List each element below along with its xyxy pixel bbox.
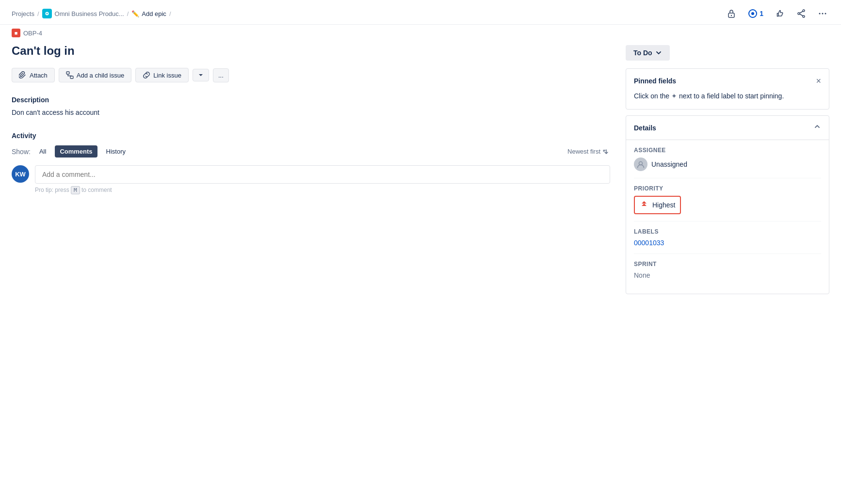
details-card: Details Assignee Unassigned [626, 115, 829, 294]
pinned-fields-card: Pinned fields × Click on the ✦ next to a… [626, 68, 829, 110]
activity-section: Activity Show: All Comments History Newe… [12, 132, 610, 193]
issue-title: Can't log in [12, 43, 610, 58]
attach-button[interactable]: Attach [12, 68, 55, 82]
svg-point-8 [803, 16, 805, 17]
comment-row: KW Pro tip: press M to comment [12, 165, 610, 193]
sprint-row: Sprint None [634, 254, 821, 286]
watch-count: 1 [760, 10, 763, 17]
pinned-fields-hint: Click on the ✦ next to a field label to … [634, 91, 821, 101]
link-dropdown-button[interactable] [193, 69, 209, 81]
label-link[interactable]: 00001033 [634, 239, 664, 247]
more-options-button[interactable] [816, 7, 829, 20]
pinned-fields-header: Pinned fields × [634, 77, 821, 85]
more-actions-button[interactable]: ... [213, 68, 229, 82]
svg-point-5 [751, 12, 754, 15]
svg-point-10 [822, 13, 824, 15]
activity-header: Activity [12, 132, 610, 140]
issue-id-row: ■ OBP-4 [0, 25, 841, 37]
sprint-label: Sprint [634, 261, 821, 268]
pinned-fields-close-button[interactable]: × [816, 77, 821, 85]
lock-button[interactable] [725, 7, 738, 20]
epic-label: Add epic [142, 10, 166, 17]
filter-history-button[interactable]: History [101, 145, 130, 158]
assignee-label: Assignee [634, 147, 821, 154]
priority-text: Highest [652, 201, 675, 209]
svg-point-3 [731, 15, 732, 16]
show-row: Show: All Comments History Newest first [12, 145, 610, 158]
topbar-actions: 1 [725, 7, 829, 20]
assignee-text: Unassigned [651, 160, 687, 168]
sep2: / [127, 10, 129, 17]
breadcrumb-projects[interactable]: Projects [12, 10, 34, 17]
svg-point-1 [46, 13, 48, 15]
breadcrumb: Projects / Omni Business Produc... / ✏️ … [12, 9, 171, 18]
priority-label: Priority [634, 185, 821, 192]
svg-rect-12 [66, 72, 69, 74]
sep1: / [37, 10, 39, 17]
comment-input-wrap: Pro tip: press M to comment [35, 165, 610, 193]
comment-input[interactable] [35, 165, 610, 184]
assignee-value[interactable]: Unassigned [634, 158, 821, 171]
sprint-none: None [634, 271, 650, 279]
watch-button[interactable]: 1 [746, 7, 765, 20]
sep3: / [169, 10, 171, 17]
child-issue-button[interactable]: Add a child issue [59, 68, 131, 82]
left-panel: Can't log in Attach Add a child issue Li… [12, 37, 610, 205]
breadcrumb-epic: ✏️ Add epic [131, 10, 166, 17]
project-icon [42, 9, 52, 18]
labels-label: Labels [634, 228, 821, 235]
pencil-icon: ✏️ [131, 10, 139, 17]
user-avatar: KW [12, 165, 29, 183]
link-issue-button[interactable]: Link issue [135, 68, 189, 82]
share-button[interactable] [794, 7, 808, 20]
activity-label: Activity [12, 132, 610, 140]
thumbsup-button[interactable] [773, 7, 787, 20]
details-collapse-button[interactable] [813, 123, 821, 133]
details-header: Details [626, 116, 829, 140]
details-body: Assignee Unassigned Priority [626, 140, 829, 294]
svg-point-11 [825, 13, 826, 15]
priority-row: Priority Highest [634, 178, 821, 221]
details-title: Details [634, 124, 656, 132]
description-section: Description Don can't access his account [12, 96, 610, 116]
description-text: Don can't access his account [12, 109, 610, 116]
topbar: Projects / Omni Business Produc... / ✏️ … [0, 0, 841, 25]
sprint-value: None [634, 271, 821, 279]
svg-point-9 [819, 13, 821, 15]
status-button[interactable]: To Do [626, 45, 670, 61]
show-label: Show: [12, 148, 31, 156]
assignee-row: Assignee Unassigned [634, 140, 821, 178]
bug-icon: ■ [12, 29, 20, 37]
issue-id: OBP-4 [23, 30, 42, 37]
breadcrumb-project-name[interactable]: Omni Business Produc... [55, 10, 124, 17]
labels-value: 00001033 [634, 239, 821, 247]
action-buttons: Attach Add a child issue Link issue ... [12, 68, 610, 82]
right-panel: To Do Pinned fields × Click on the ✦ nex… [626, 37, 829, 294]
main-layout: Can't log in Attach Add a child issue Li… [0, 37, 841, 294]
pro-tip-key: M [71, 186, 80, 194]
svg-point-6 [803, 10, 805, 12]
pinned-fields-title: Pinned fields [634, 77, 676, 85]
highest-priority-icon [640, 200, 648, 210]
svg-point-7 [798, 13, 800, 15]
filter-comments-button[interactable]: Comments [55, 145, 97, 158]
filter-all-button[interactable]: All [34, 145, 51, 158]
pro-tip: Pro tip: press M to comment [35, 187, 610, 193]
description-label: Description [12, 96, 610, 104]
unassigned-avatar [634, 158, 647, 171]
priority-value[interactable]: Highest [634, 196, 681, 214]
labels-row: Labels 00001033 [634, 221, 821, 254]
svg-rect-13 [70, 76, 73, 79]
sort-order-button[interactable]: Newest first [567, 148, 610, 156]
